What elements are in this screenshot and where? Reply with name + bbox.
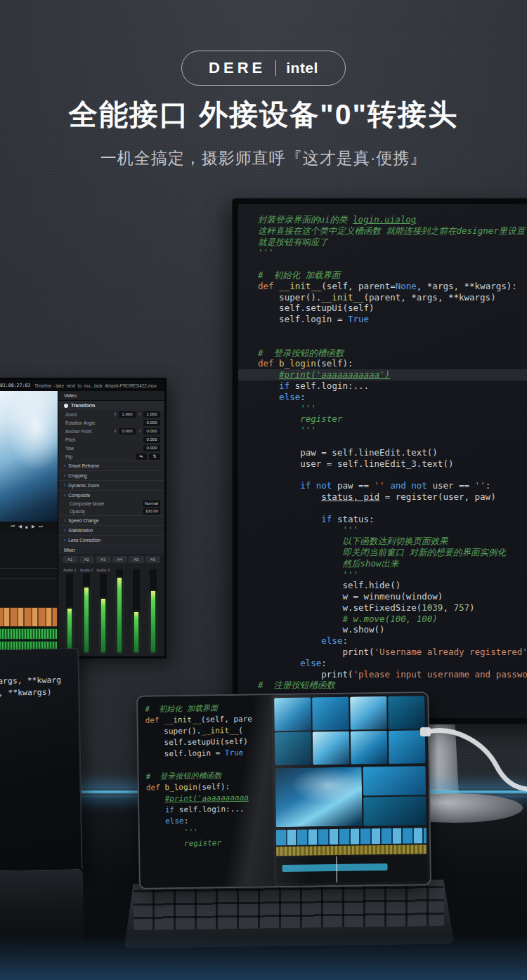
code-line: else:: [238, 392, 527, 403]
inspector-row: Flip⇆⇅: [58, 452, 164, 461]
timeline-track: [0, 568, 58, 578]
code-line: user = self.lineEdit_3.text(): [238, 458, 527, 470]
code-line: # w.move(100, 100): [238, 614, 527, 625]
tablet-code-pane: # 初始化 加载界面def __init__(self, pare super(…: [138, 695, 273, 888]
transform-section-header: Transform: [58, 401, 164, 410]
code-line: w.setFixedSize(1039, 757): [238, 602, 527, 614]
mixer-title: Mixer: [58, 545, 164, 554]
external-monitor: 封装登录界面的ui的类 login.uialog这样直接在这个类中定义槽函数 就…: [232, 198, 527, 724]
video-preview: [0, 391, 58, 522]
value-field: 0.000: [119, 428, 136, 435]
code-line: [238, 436, 527, 447]
code-line: # 注册按钮槽函数: [238, 680, 527, 691]
code-line: if self.login:...: [238, 380, 527, 392]
inspector-subrow: Opacity100.00: [58, 508, 164, 515]
inspector-panel: Video Transform ZoomX1.000Y1.000Rotation…: [58, 391, 164, 656]
code-line: ''': [238, 403, 527, 414]
code-line: 这样直接在这个类中定义槽函数 就能连接到之前在designer里设置: [238, 225, 527, 237]
subheadline: 一机全搞定，摄影师直呼『这才是真·便携』: [0, 147, 527, 169]
inspector-section: ›Smart Reframe: [58, 461, 164, 470]
chevron-icon: ›: [64, 473, 65, 478]
mixer-strip: Audio 3: [96, 568, 110, 652]
timeline-track: [0, 578, 58, 589]
flip-icon: ⇆: [136, 453, 147, 460]
code-line: [238, 469, 527, 480]
code-line: self.setupUi(self): [238, 303, 527, 314]
code-line: else:: [238, 658, 527, 669]
code-editor-screen: 封装登录界面的ui的类 login.uialog这样直接在这个类中定义槽函数 就…: [238, 204, 527, 718]
value-field: 1.000: [143, 411, 160, 418]
value-field: 1.000: [119, 411, 136, 418]
video-editor-app: [271, 693, 430, 886]
code-line: ''': [238, 247, 527, 258]
davinci-titlebar: 01:00:27:03 Timeline - lake_next_to_mo..…: [0, 380, 164, 391]
headline: 全能接口 外接设备"0"转接头: [0, 95, 527, 134]
code-line: def b_login(self):: [238, 358, 527, 369]
transport-controls: ⏮◀■▶⏭: [0, 522, 58, 531]
code-line: # 登录按钮的槽函数: [238, 347, 527, 359]
davinci-resolve-ui: 01:00:27:03 Timeline - lake_next_to_mo..…: [0, 380, 164, 656]
code-line: else:: [238, 635, 527, 647]
inspector-section: ›Dynamic Zoom: [58, 480, 164, 490]
media-thumbnail: [351, 731, 388, 764]
laptop-keyboard-base: [0, 869, 84, 946]
mixer-bus-label: A4: [112, 556, 128, 563]
code-line: 封装登录界面的ui的类 login.uialog: [238, 214, 527, 225]
mixer-strip: [112, 568, 127, 652]
brand-divider: [275, 60, 276, 76]
chevron-icon: ›: [64, 483, 65, 488]
code-line: paw = self.lineEdit.text(): [238, 447, 527, 458]
code-line: super().__init__(parent, *args, **kwargs…: [238, 292, 527, 303]
media-thumbnail: [388, 696, 425, 729]
code-line: # 初始化 加载界面: [238, 270, 527, 281]
editor-preview: [275, 767, 363, 827]
brand-lockup: DERE intel: [181, 51, 346, 86]
media-thumbnail: [364, 796, 427, 826]
video-clip-strip: [0, 607, 58, 627]
code-line: register: [238, 413, 527, 425]
inspector-sections: ›Smart Reframe›Cropping›Dynamic Zoom›Com…: [58, 461, 164, 545]
code-line: 即关闭当前窗口 对新的想要的界面实例化: [238, 547, 527, 558]
mixer-strips: Audio 1Audio 2Audio 3: [58, 565, 164, 656]
code-line: self.login = True: [238, 314, 527, 325]
code-line: def __init__(self, parent=None, *args, *…: [238, 281, 527, 292]
keyboard-dock: [123, 880, 454, 949]
chevron-icon: ›: [64, 528, 65, 533]
inspector-section: ›Speed Change: [58, 515, 164, 525]
laptop: args, **kwarg, **kwargs): [0, 648, 84, 947]
transport-button-icon: ⏮: [11, 524, 15, 529]
media-thumbnail: [312, 697, 349, 731]
secondary-monitor: 01:00:27:03 Timeline - lake_next_to_mo..…: [0, 378, 167, 658]
tab-video: Video: [58, 391, 164, 401]
timeline-panel: [0, 531, 58, 656]
code-line: w = winmenu(window): [238, 591, 527, 602]
audio-waveform-strip: [0, 628, 58, 640]
transform-label: Transform: [71, 403, 95, 408]
intel-logo: intel: [286, 60, 318, 77]
media-bin-thumbnails: [271, 693, 429, 768]
media-thumbnail: [274, 731, 311, 765]
timeline-thumbnail-strip: [275, 828, 427, 845]
mixer-strip: [129, 568, 144, 652]
dere-logo: DERE: [209, 59, 266, 77]
code-line: [238, 336, 527, 347]
code-line: w.show(): [238, 624, 527, 635]
mixer-panel: Mixer A1A2A3A4A5A6 Audio 1Audio 2Audio 3: [58, 545, 164, 656]
mixer-buses: A1A2A3A4A5A6: [58, 554, 164, 565]
timeline-title: Timeline - lake_next_to_mo...lack_Artgri…: [34, 383, 160, 388]
media-thumbnail: [312, 731, 349, 765]
mixer-bus-label: A5: [129, 556, 144, 563]
chevron-icon: ›: [64, 463, 65, 468]
code-line: [238, 258, 527, 270]
code-line: args, **kwarg: [0, 674, 78, 687]
flip-icon: ⇅: [149, 453, 160, 460]
mixer-strip: Audio 1: [63, 568, 77, 652]
tablet: # 初始化 加载界面def __init__(self, pare super(…: [136, 691, 431, 889]
inspector-row: Pitch0.000: [58, 435, 164, 444]
keyboard-keys: [133, 885, 444, 930]
toggle-icon: [64, 404, 68, 408]
laptop-screen: args, **kwarg, **kwargs): [0, 648, 83, 870]
inspector-subrow: Composite ModeNormal: [58, 500, 164, 508]
product-banner: DERE intel 全能接口 外接设备"0"转接头 一机全搞定，摄影师直呼『这…: [0, 0, 527, 980]
chevron-icon: ›: [64, 518, 65, 523]
